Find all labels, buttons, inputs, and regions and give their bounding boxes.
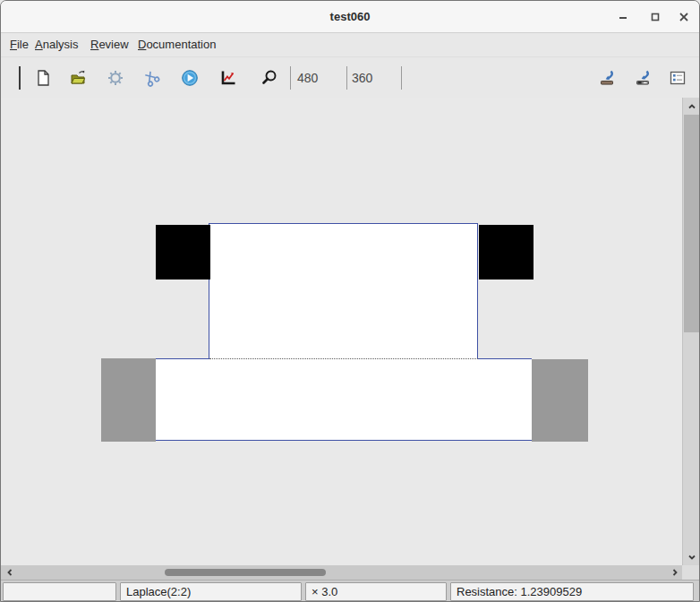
report-button[interactable] [669,69,687,87]
export-right-button[interactable] [634,69,652,87]
maximize-icon [648,10,662,24]
toolbar: 480 360 [1,56,699,98]
new-document-button[interactable] [34,69,52,87]
scroll-right-button[interactable] [668,565,682,580]
menu-review[interactable]: Review [89,33,131,56]
toolbar-separator [290,66,291,90]
scrollbar-corner [682,565,699,580]
ledge-line-right [478,358,532,359]
menu-file[interactable]: File [8,33,30,56]
play-icon [181,69,199,87]
chart-icon [219,69,237,87]
status-cell-solver: Laplace(2:2) [120,582,302,601]
menu-analysis[interactable]: Analysis [33,33,80,56]
scroll-left-button[interactable] [3,565,17,580]
toolbar-separator [19,66,21,90]
gear-icon [107,69,124,87]
cut-button[interactable] [143,69,161,87]
vertical-scrollbar[interactable] [682,98,699,565]
width-value[interactable]: 480 [297,69,318,87]
horizontal-scrollbar-thumb[interactable] [165,569,326,576]
status-cell-empty [3,582,116,601]
close-button[interactable] [677,10,691,24]
save-arrow-icon [598,69,616,87]
toolbar-separator [346,66,347,90]
run-button[interactable] [181,69,199,87]
titlebar[interactable]: test060 [1,1,699,33]
new-document-icon [34,69,52,87]
chevron-up-icon [687,102,696,111]
report-form-icon [669,69,687,87]
scroll-up-button[interactable] [683,98,700,115]
maximize-button[interactable] [648,10,662,24]
chevron-down-icon [687,553,696,562]
export-left-button[interactable] [598,69,616,87]
chevron-right-icon [670,568,679,577]
plot-results-button[interactable] [219,69,237,87]
zoom-button[interactable] [260,69,278,87]
minimize-icon [616,10,630,24]
chevron-left-icon [5,568,14,577]
save-arrow-chips-icon [634,69,652,87]
canvas-row [1,98,699,565]
minimize-button[interactable] [616,10,630,24]
status-cell-zoom: × 3.0 [305,582,447,601]
status-cell-resistance: Resistance: 1.23909529 [450,582,694,601]
scissors-icon [140,65,165,90]
open-folder-icon [69,69,87,87]
statusbar: Laplace(2:2) × 3.0 Resistance: 1.2390952… [1,580,699,602]
height-value[interactable]: 360 [352,69,372,87]
scroll-down-button[interactable] [683,548,700,565]
block-black-left [156,225,210,280]
close-icon [677,10,691,24]
search-icon [260,69,278,87]
horizontal-scrollbar[interactable] [1,565,684,580]
interface-dotted-line [209,358,478,359]
menubar: File Analysis Review Documentation [1,33,699,56]
open-file-button[interactable] [69,69,87,87]
block-gray-right [532,359,588,442]
window-title: test060 [1,1,699,33]
block-black-right [479,225,534,280]
canvas[interactable] [1,98,684,565]
vertical-scrollbar-thumb[interactable] [684,115,699,332]
region-lower-white [156,359,532,441]
region-upper-white [209,223,478,359]
toolbar-separator [401,66,402,90]
settings-button[interactable] [107,69,124,87]
menu-documentation[interactable]: Documentation [136,33,218,56]
block-gray-left [101,358,156,442]
app-window: test060 File Analysis Review Documentati… [0,0,700,602]
ledge-line-left [156,358,209,359]
